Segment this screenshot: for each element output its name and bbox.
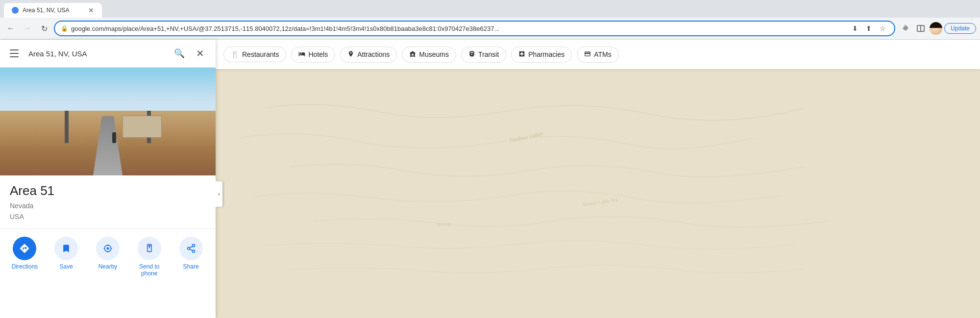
photo-building — [122, 116, 162, 138]
svg-text:Tikaboo Valley: Tikaboo Valley — [509, 130, 544, 144]
share-page-icon[interactable]: ⬆ — [863, 23, 875, 34]
main-content: Area 51, NV, USA 🔍 ✕ Area 51 Nevada USA — [0, 40, 980, 318]
filter-chip-restaurants[interactable]: 🍴 Restaurants — [223, 47, 286, 62]
place-info: Area 51 Nevada USA — [0, 175, 216, 229]
nearby-action[interactable]: Nearby — [91, 237, 125, 270]
tab-title: Area 51, NV, USA — [23, 7, 70, 14]
tab-close-btn[interactable]: ✕ — [88, 6, 94, 14]
browser-titlebar: Area 51, NV, USA ✕ — [0, 0, 980, 18]
place-subtitle-line1: Nevada USA — [10, 200, 206, 222]
extensions-icon[interactable] — [898, 22, 912, 35]
action-buttons: Directions Save — [0, 229, 216, 283]
active-tab[interactable]: Area 51, NV, USA ✕ — [4, 3, 102, 18]
map-terrain: Tikaboo Valley Groom Lake Rd Nevada — [216, 69, 980, 318]
avatar-hair — [930, 22, 942, 28]
map-filter-bar: 🍴 Restaurants Hotels Attractions Museu — [216, 40, 980, 69]
browser-toolbar: ← → ↻ 🔒 google.com/maps/place/Area+51,+N… — [0, 18, 980, 39]
restaurants-label: Restaurants — [242, 50, 279, 58]
museums-label: Museums — [419, 50, 449, 58]
menu-line-2 — [10, 53, 19, 54]
search-button[interactable]: 🔍 — [172, 46, 187, 61]
pharmacies-label: Pharmacies — [528, 50, 564, 58]
sidebar-header: Area 51, NV, USA 🔍 ✕ — [0, 40, 216, 68]
menu-button[interactable] — [8, 46, 24, 61]
browser-chrome: Area 51, NV, USA ✕ ← → ↻ 🔒 google.com/ma… — [0, 0, 980, 40]
transit-label: Transit — [478, 50, 499, 58]
sidebar: Area 51, NV, USA 🔍 ✕ Area 51 Nevada USA — [0, 40, 216, 318]
save-label: Save — [60, 263, 73, 270]
split-screen-icon[interactable] — [914, 22, 928, 35]
collapse-sidebar-handle[interactable]: ‹ — [216, 181, 222, 207]
filter-chip-transit[interactable]: Transit — [461, 47, 506, 63]
tab-bar: Area 51, NV, USA ✕ — [4, 0, 102, 18]
restaurants-icon: 🍴 — [231, 50, 239, 58]
save-action[interactable]: Save — [49, 237, 83, 270]
map-content[interactable]: Tikaboo Valley Groom Lake Rd Nevada ‹ — [216, 69, 980, 318]
filter-chip-attractions[interactable]: Attractions — [340, 47, 397, 63]
atms-label: ATMs — [594, 50, 612, 58]
svg-point-11 — [192, 244, 195, 246]
save-icon-circle — [54, 237, 78, 260]
share-action[interactable]: Share — [174, 237, 208, 270]
transit-icon — [468, 50, 475, 59]
pharmacies-icon — [518, 50, 525, 59]
profile-avatar[interactable] — [930, 22, 942, 35]
svg-point-2 — [106, 247, 109, 249]
send-to-phone-label: Send to phone — [135, 263, 164, 277]
directions-icon-circle — [13, 237, 36, 260]
address-bar-icons: ⬇ ⬆ ☆ — [849, 23, 888, 34]
photo-fence-left — [65, 111, 69, 143]
hotels-icon — [298, 50, 305, 59]
forward-button[interactable]: → — [21, 22, 34, 35]
share-icon-circle — [179, 237, 203, 260]
attractions-icon — [347, 50, 354, 59]
update-button[interactable]: Update — [944, 23, 976, 34]
send-to-phone-action[interactable]: Send to phone — [132, 237, 167, 277]
filter-chip-atms[interactable]: ATMs — [577, 47, 619, 63]
directions-label: Directions — [12, 263, 38, 270]
address-bar[interactable]: 🔒 google.com/maps/place/Area+51,+NV,+USA… — [54, 21, 895, 36]
photo-person — [112, 132, 116, 143]
nearby-icon-circle — [96, 237, 120, 260]
atms-icon — [584, 50, 591, 59]
svg-point-13 — [192, 250, 195, 252]
menu-line-3 — [10, 56, 19, 57]
toolbar-right: Update — [898, 22, 976, 35]
bookmark-icon[interactable]: ☆ — [877, 23, 888, 34]
photo-sky — [0, 68, 216, 116]
svg-point-12 — [187, 247, 190, 249]
send-to-phone-icon-circle — [138, 237, 161, 260]
filter-chip-museums[interactable]: Museums — [402, 47, 456, 63]
back-button[interactable]: ← — [4, 22, 18, 35]
map-area[interactable]: 🍴 Restaurants Hotels Attractions Museu — [216, 40, 980, 318]
tab-favicon — [12, 7, 19, 14]
svg-text:Nevada: Nevada — [436, 222, 451, 227]
svg-line-14 — [190, 249, 193, 250]
lock-icon: 🔒 — [61, 25, 68, 32]
search-bar: Area 51, NV, USA — [28, 49, 167, 58]
download-page-icon[interactable]: ⬇ — [849, 23, 861, 34]
filter-chip-hotels[interactable]: Hotels — [291, 47, 335, 63]
menu-line-1 — [10, 49, 19, 50]
svg-text:Groom Lake Rd: Groom Lake Rd — [583, 197, 617, 207]
filter-chip-pharmacies[interactable]: Pharmacies — [511, 47, 572, 63]
close-button[interactable]: ✕ — [192, 46, 208, 61]
hotels-label: Hotels — [308, 50, 328, 58]
nearby-label: Nearby — [98, 263, 118, 270]
search-text[interactable]: Area 51, NV, USA — [28, 49, 167, 58]
attractions-label: Attractions — [357, 50, 390, 58]
reload-button[interactable]: ↻ — [37, 22, 51, 35]
place-title: Area 51 — [10, 183, 206, 198]
svg-line-15 — [190, 246, 193, 247]
share-label: Share — [183, 263, 199, 270]
directions-action[interactable]: Directions — [7, 237, 42, 270]
place-photo[interactable] — [0, 68, 216, 175]
museums-icon — [409, 50, 416, 59]
url-input[interactable]: google.com/maps/place/Area+51,+NV,+USA/@… — [71, 25, 846, 32]
